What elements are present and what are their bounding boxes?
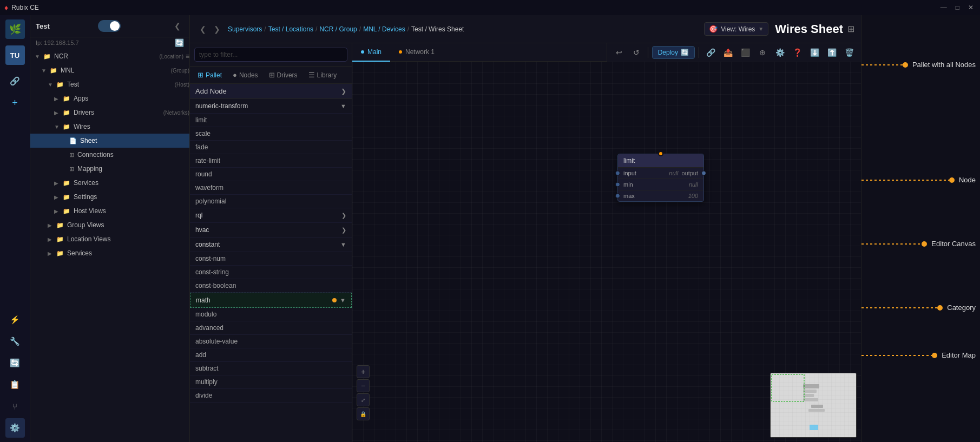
zoom-in-button[interactable]: + bbox=[357, 365, 370, 378]
tree-item-mapping[interactable]: ▶ ⊞ Mapping bbox=[30, 162, 189, 176]
tree-item-host-views[interactable]: ▶ 📁 Host Views bbox=[30, 204, 189, 218]
user-avatar[interactable]: TU bbox=[5, 45, 25, 65]
tree-item-services2[interactable]: ▶ 📁 Services bbox=[30, 246, 189, 260]
rail-item-refresh[interactable]: 🔄 bbox=[5, 353, 25, 373]
add-node-row[interactable]: Add Node ❯ bbox=[190, 84, 352, 99]
rail-item-gear[interactable]: ⚙️ bbox=[5, 418, 25, 438]
pallet-item-add[interactable]: add bbox=[190, 348, 352, 362]
annotation-category: Category bbox=[861, 304, 976, 312]
tree-item-drivers[interactable]: ▶ 📁 Drivers (Networks) bbox=[30, 105, 189, 120]
import-button[interactable]: ⬇️ bbox=[807, 45, 822, 60]
pallet-item-waveform[interactable]: waveform bbox=[190, 181, 352, 195]
pallet-item-absolute-value[interactable]: absolute-value bbox=[190, 335, 352, 348]
category-numeric-transform[interactable]: numeric-transform ▼ bbox=[190, 99, 352, 114]
close-button[interactable]: ✕ bbox=[966, 4, 976, 11]
breadcrumb-ncr-group[interactable]: NCR / Group bbox=[319, 25, 357, 33]
node-value-min: null bbox=[689, 181, 698, 188]
rail-item-git[interactable]: ⑂ bbox=[5, 397, 25, 416]
pallet-item-scale[interactable]: scale bbox=[190, 127, 352, 141]
pallet-item-modulo[interactable]: modulo bbox=[190, 308, 352, 321]
tree-test-icon: 📁 bbox=[56, 81, 64, 88]
tree-ncr-menu[interactable]: ≡ bbox=[186, 52, 189, 60]
rail-item-wrench[interactable]: 🔧 bbox=[5, 332, 25, 351]
tree-item-test[interactable]: ▼ 📁 Test (Host) bbox=[30, 77, 189, 91]
breadcrumb-mnl-devices[interactable]: MNL / Devices bbox=[363, 25, 405, 33]
pallet-item-multiply[interactable]: multiply bbox=[190, 375, 352, 389]
link-button[interactable]: 🔗 bbox=[703, 45, 718, 60]
pallet-item-subtract[interactable]: subtract bbox=[190, 362, 352, 375]
pallet-item-advanced[interactable]: advanced bbox=[190, 321, 352, 335]
center-button[interactable]: ⊕ bbox=[755, 45, 770, 60]
page-title-area: Wires Sheet ⊞ bbox=[775, 22, 854, 36]
pallet-item-const-boolean[interactable]: const-boolean bbox=[190, 279, 352, 293]
pallet-item-polynomial[interactable]: polynomial bbox=[190, 195, 352, 208]
rail-item-clipboard[interactable]: 📋 bbox=[5, 375, 25, 394]
rail-item-links[interactable]: 🔗 bbox=[5, 71, 25, 91]
tree-item-settings[interactable]: ▶ 📁 Settings bbox=[30, 190, 189, 204]
tab-main[interactable]: Main bbox=[352, 43, 390, 62]
export-button[interactable]: 📤 bbox=[720, 45, 735, 60]
zoom-out-button[interactable]: − bbox=[357, 379, 370, 392]
undo-button[interactable]: ↩ bbox=[611, 45, 627, 60]
tree-item-sheet[interactable]: ▶ 📄 Sheet bbox=[30, 134, 189, 148]
delete-button[interactable]: 🗑️ bbox=[841, 45, 857, 60]
rail-item-lightning[interactable]: ⚡ bbox=[5, 310, 25, 329]
category-rql[interactable]: rql ❯ bbox=[190, 208, 352, 223]
view-selector[interactable]: 🎯 View: Wires ▼ bbox=[704, 22, 768, 36]
pallet-tab-nodes[interactable]: ● Nodes bbox=[229, 69, 261, 81]
back-button[interactable]: ❮ bbox=[196, 23, 209, 36]
pallet-item-const-num[interactable]: const-num bbox=[190, 252, 352, 266]
minimize-button[interactable]: — bbox=[938, 4, 949, 11]
node-row-min: min null bbox=[618, 179, 703, 190]
svg-rect-4 bbox=[803, 394, 814, 397]
zoom-lock-button[interactable]: 🔒 bbox=[357, 407, 370, 420]
category-math[interactable]: math ▼ bbox=[190, 293, 352, 308]
settings-button[interactable]: ⚙️ bbox=[772, 45, 787, 60]
pallet-search-area bbox=[190, 43, 352, 67]
forward-button[interactable]: ❯ bbox=[211, 23, 223, 36]
redo-button[interactable]: ↺ bbox=[629, 45, 644, 60]
pallet-tab-pallet[interactable]: ⊞ Pallet bbox=[194, 69, 225, 81]
tree-item-group-views[interactable]: ▶ 📁 Group Views bbox=[30, 218, 189, 232]
tree-item-apps[interactable]: ▶ 📁 Apps bbox=[30, 91, 189, 105]
pallet-item-rate-limit[interactable]: rate-limit bbox=[190, 154, 352, 168]
pallet-item-const-string[interactable]: const-string bbox=[190, 266, 352, 279]
share-button[interactable]: ⬆️ bbox=[824, 45, 839, 60]
pallet-tab-library[interactable]: ☰ Library bbox=[305, 69, 340, 81]
pallet-item-limit[interactable]: limit bbox=[190, 114, 352, 127]
fit-button[interactable]: ⬛ bbox=[738, 45, 753, 60]
app-logo[interactable]: 🌿 bbox=[5, 19, 25, 39]
nodes-icon: ● bbox=[233, 71, 237, 79]
grid-canvas[interactable]: limit input null output bbox=[352, 62, 861, 442]
maximize-button[interactable]: □ bbox=[953, 4, 962, 11]
pallet-item-round[interactable]: round bbox=[190, 168, 352, 181]
pallet-item-divide[interactable]: divide bbox=[190, 389, 352, 403]
grid-icon[interactable]: ⊞ bbox=[847, 24, 854, 34]
tree-item-mnl[interactable]: ▼ 📁 MNL (Group) bbox=[30, 63, 189, 77]
tree-item-ncr[interactable]: ▼ 📁 NCR (Location) ≡ bbox=[30, 49, 189, 63]
tree-item-location-views[interactable]: ▶ 📁 Location Views bbox=[30, 232, 189, 246]
node-header: limit bbox=[618, 154, 703, 167]
sidebar-collapse-button[interactable]: ❮ bbox=[171, 19, 184, 32]
category-constant[interactable]: constant ▼ bbox=[190, 238, 352, 252]
tree-item-wires[interactable]: ▼ 📁 Wires bbox=[30, 120, 189, 134]
breadcrumb-test-locations[interactable]: Test / Locations bbox=[268, 25, 313, 33]
tree-item-connections[interactable]: ▶ ⊞ Connections bbox=[30, 148, 189, 162]
breadcrumb-supervisors[interactable]: Supervisors bbox=[228, 25, 262, 33]
tab-network1[interactable]: Network 1 bbox=[390, 43, 443, 62]
pallet-tab-drivers[interactable]: ⊞ Drivers bbox=[266, 69, 301, 81]
pallet-item-fade[interactable]: fade bbox=[190, 141, 352, 154]
tree-services2-icon: 📁 bbox=[56, 250, 64, 257]
category-hvac[interactable]: hvac ❯ bbox=[190, 223, 352, 238]
help-button[interactable]: ❓ bbox=[790, 45, 805, 60]
zoom-fit-button[interactable]: ⤢ bbox=[357, 393, 370, 406]
sidebar-refresh-icon[interactable]: 🔄 bbox=[175, 38, 184, 47]
tree-item-services[interactable]: ▶ 📁 Services bbox=[30, 176, 189, 190]
pallet-search-input[interactable] bbox=[194, 48, 347, 62]
deploy-button[interactable]: Deploy 🔄 bbox=[652, 46, 695, 59]
node-widget-limit[interactable]: limit input null output bbox=[617, 154, 704, 202]
rail-item-add[interactable]: + bbox=[5, 93, 25, 113]
tab-main-dot bbox=[361, 50, 364, 54]
svg-rect-3 bbox=[803, 390, 817, 393]
sidebar-toggle[interactable] bbox=[98, 20, 121, 32]
